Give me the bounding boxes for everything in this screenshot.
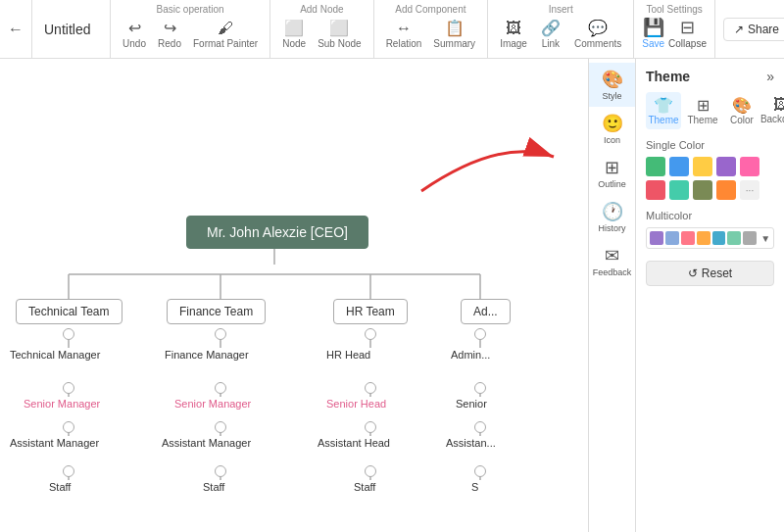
redo-button[interactable]: ↪ Redo [154, 17, 185, 51]
hr-head-node[interactable]: HR Head [326, 348, 370, 362]
tech-circle-2 [63, 382, 74, 394]
undo-button[interactable]: ↩ Undo [119, 17, 150, 51]
back-button[interactable]: ← [0, 0, 32, 58]
image-button[interactable]: 🖼 Image [496, 18, 531, 51]
sidebar-item-outline[interactable]: ⊞ Outline [589, 151, 635, 195]
share-button[interactable]: ↗ Share [723, 18, 784, 41]
mc-swatch-4 [697, 231, 710, 245]
finance-team-node[interactable]: Finance Team [167, 299, 266, 324]
node-label: Node [282, 38, 306, 49]
theme-tabs: 👕 Theme ⊞ Theme 🎨 Color 🖼 Backdrop [646, 92, 774, 129]
tab-backdrop[interactable]: 🖼 Backdrop [763, 92, 784, 129]
technical-team-node[interactable]: Technical Team [16, 299, 122, 324]
format-painter-icon: 🖌 [218, 20, 233, 37]
comments-button[interactable]: 💬 Comments [570, 17, 625, 51]
tab-theme[interactable]: ⊞ Theme [685, 92, 720, 129]
sub-node-button[interactable]: ⬜ Sub Node [314, 17, 365, 51]
single-color-label: Single Color [646, 139, 774, 151]
color-swatch-red[interactable] [646, 180, 665, 200]
tab-theme-icon[interactable]: 👕 Theme [646, 92, 681, 129]
color-swatch-pink[interactable] [740, 157, 760, 176]
style-label: Style [602, 91, 621, 101]
basic-operation-group: Basic operation ↩ Undo ↪ Redo 🖌 Format P… [111, 0, 270, 58]
color-swatch-teal[interactable] [669, 180, 689, 200]
color-tab-icon: 🎨 [732, 96, 752, 115]
mc-swatch-6 [727, 231, 741, 245]
ad-staff-node[interactable]: S [471, 480, 478, 494]
admin-node[interactable]: Admin... [451, 348, 490, 362]
comments-label: Comments [574, 38, 621, 49]
reset-button[interactable]: ↺ Reset [646, 261, 774, 286]
undo-icon: ↩ [128, 19, 141, 37]
add-node-group: Add Node ⬜ Node ⬜ Sub Node [270, 0, 373, 58]
tech-staff-node[interactable]: Staff [49, 480, 71, 494]
technical-team-box: Technical Team [16, 299, 122, 324]
hr-senior-head-node[interactable]: Senior Head [326, 397, 386, 411]
save-label: Save [642, 38, 664, 49]
collapse-button[interactable]: ⊟ Collapse [668, 17, 707, 49]
multicolor-row[interactable]: ▼ [646, 227, 774, 249]
format-painter-button[interactable]: 🖌 Format Painter [189, 18, 262, 51]
theme-grid-icon: ⊞ [697, 96, 710, 115]
share-label: Share [748, 23, 779, 36]
color-swatch-green[interactable] [646, 157, 665, 176]
technical-manager-label: Technical Manager [10, 349, 100, 361]
sidebar-item-feedback[interactable]: ✉ Feedback [589, 239, 635, 283]
ad-node[interactable]: Ad... [461, 299, 511, 324]
sidebar-item-style[interactable]: 🎨 Style [589, 63, 635, 107]
node-button[interactable]: ⬜ Node [278, 17, 310, 51]
color-swatch-blue[interactable] [669, 157, 689, 176]
admin-label: Admin... [451, 349, 490, 361]
tech-assistant-manager-label: Assistant Manager [10, 437, 99, 449]
comments-icon: 💬 [588, 19, 608, 37]
fin-assistant-manager-node[interactable]: Assistant Manager [162, 436, 251, 450]
add-node-buttons: ⬜ Node ⬜ Sub Node [278, 17, 365, 51]
color-swatch-more[interactable]: ··· [740, 180, 760, 200]
icon-label: Icon [604, 135, 620, 145]
backdrop-label: Backdrop [760, 114, 784, 124]
sidebar-item-history[interactable]: 🕐 History [589, 195, 635, 239]
ad-senior-node[interactable]: Senior [456, 397, 487, 411]
tech-assistant-manager-node[interactable]: Assistant Manager [10, 436, 99, 450]
ceo-node[interactable]: Mr. John Alexzie [CEO] [186, 216, 368, 249]
sidebar-item-icon[interactable]: 🙂 Icon [589, 107, 635, 151]
panel-title: Theme [646, 69, 690, 84]
canvas[interactable]: Mr. John Alexzie [CEO] Technical Team Te… [0, 59, 588, 532]
hr-staff-node[interactable]: Staff [354, 480, 375, 494]
hr-staff-label: Staff [354, 481, 375, 493]
panel-collapse-button[interactable]: » [766, 69, 774, 84]
link-button[interactable]: 🔗 Link [535, 17, 566, 51]
summary-label: Summary [433, 38, 475, 49]
add-component-group: Add Component ↔ Relation 📋 Summary [374, 0, 489, 58]
fin-staff-node[interactable]: Staff [203, 480, 224, 494]
color-swatch-orange[interactable] [716, 180, 736, 200]
feedback-icon: ✉ [605, 245, 619, 266]
reset-icon: ↺ [688, 266, 698, 280]
hr-team-node[interactable]: HR Team [333, 299, 408, 324]
finance-manager-node[interactable]: Finance Manager [165, 348, 249, 362]
ad-circle-4 [474, 465, 486, 477]
ad-assistant-node[interactable]: Assistan... [446, 436, 496, 450]
hr-circle-1 [365, 328, 376, 340]
ceo-box: Mr. John Alexzie [CEO] [186, 216, 368, 249]
relation-button[interactable]: ↔ Relation [382, 18, 426, 51]
save-button[interactable]: 💾 Save [642, 17, 664, 49]
hr-assistant-head-node[interactable]: Assistant Head [318, 436, 390, 450]
tab-color[interactable]: 🎨 Color [724, 92, 760, 129]
mc-swatch-7 [743, 231, 757, 245]
technical-manager-node[interactable]: Technical Manager [10, 348, 100, 362]
history-icon: 🕐 [602, 201, 623, 222]
document-title[interactable]: Untitled [32, 0, 111, 58]
mc-swatch-1 [650, 231, 663, 245]
multicolor-dropdown[interactable]: ▼ [760, 233, 770, 244]
summary-button[interactable]: 📋 Summary [429, 17, 479, 51]
fin-senior-manager-node[interactable]: Senior Manager [174, 397, 251, 411]
redo-icon: ↪ [164, 19, 176, 37]
collapse-label: Collapse [668, 38, 707, 49]
color-swatch-yellow[interactable] [693, 157, 712, 176]
tech-senior-manager-node[interactable]: Senior Manager [24, 397, 100, 411]
color-swatch-olive[interactable] [693, 180, 712, 200]
color-swatch-purple[interactable] [716, 157, 736, 176]
fin-circle-4 [215, 465, 226, 477]
share-icon: ↗ [734, 23, 744, 36]
